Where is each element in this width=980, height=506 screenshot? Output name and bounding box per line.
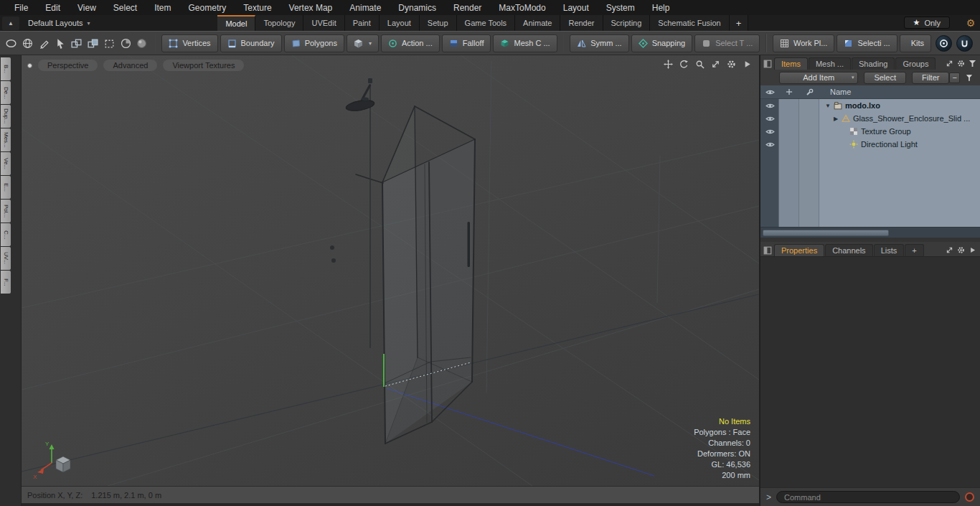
tab-render[interactable]: Render: [560, 15, 603, 31]
panel-filter-icon[interactable]: [969, 60, 976, 67]
menu-layout[interactable]: Layout: [555, 0, 598, 15]
menu-maxtomodo[interactable]: MaxToModo: [490, 0, 554, 15]
tab-game-tools[interactable]: Game Tools: [457, 15, 516, 31]
menu-dynamics[interactable]: Dynamics: [390, 0, 445, 15]
left-tab-uv[interactable]: UV...: [1, 247, 11, 270]
menu-vertex-map[interactable]: Vertex Map: [281, 0, 341, 15]
menu-system[interactable]: System: [598, 0, 644, 15]
left-tab-falloff[interactable]: F...: [1, 271, 11, 294]
viewport-shading-dropdown[interactable]: Advanced: [103, 60, 157, 71]
tab-topology[interactable]: Topology: [255, 15, 303, 31]
ellipse-tool-icon[interactable]: [4, 34, 19, 52]
menu-edit[interactable]: Edit: [37, 0, 69, 15]
eye-icon[interactable]: [765, 141, 775, 148]
tab-model[interactable]: Model: [217, 15, 255, 31]
panel-expand-icon[interactable]: [946, 60, 953, 67]
tab-scripting[interactable]: Scripting: [603, 15, 651, 31]
sphere-tool-icon[interactable]: [135, 34, 149, 52]
collapse-button[interactable]: −: [949, 72, 960, 83]
dashed-box-tool-icon[interactable]: [103, 34, 117, 52]
command-input[interactable]: [776, 491, 960, 503]
menu-texture[interactable]: Texture: [235, 0, 280, 15]
layout-gear-icon[interactable]: ⚙: [961, 15, 980, 31]
cube-pair-filled-tool-icon[interactable]: [86, 34, 100, 52]
panel-up-icon[interactable]: ▲: [2, 17, 19, 30]
panel-gear-icon[interactable]: [957, 60, 965, 67]
modo-logo-icon[interactable]: [936, 35, 952, 52]
zoom-tool-icon[interactable]: [695, 60, 705, 69]
eye-icon[interactable]: [765, 103, 775, 109]
viewport-gear-icon[interactable]: [727, 60, 736, 69]
cursor-tool-icon[interactable]: [53, 34, 67, 52]
panel-grip-icon[interactable]: [763, 246, 772, 255]
tab-items[interactable]: Items: [774, 57, 808, 70]
panel-arrow-icon[interactable]: [969, 246, 976, 254]
polygons-button[interactable]: Polygons: [284, 34, 344, 52]
select-through-button[interactable]: Select T ...: [694, 34, 760, 52]
table-row-texture-group[interactable]: Texture Group: [760, 125, 980, 138]
expand-triangle-icon[interactable]: ▶: [831, 116, 840, 122]
tab-paint[interactable]: Paint: [345, 15, 380, 31]
viewport-arrow-icon[interactable]: [743, 60, 752, 69]
panel-gear-icon[interactable]: [957, 246, 965, 254]
command-history-icon[interactable]: [965, 492, 974, 502]
tab-schematic-fusion[interactable]: Schematic Fusion: [650, 15, 729, 31]
table-row-mesh[interactable]: ▶ Glass_Shower_Enclosure_Slid ...: [760, 112, 980, 125]
falloff-button[interactable]: Falloff: [442, 34, 491, 52]
menu-animate[interactable]: Animate: [341, 0, 390, 15]
add-workspace-tab[interactable]: +: [730, 15, 749, 31]
tab-uvedit[interactable]: UVEdit: [303, 15, 344, 31]
mesh-constraint-button[interactable]: Mesh C ...: [493, 34, 557, 52]
left-tab-vertex[interactable]: Ve...: [1, 152, 11, 175]
left-tab-mesh-edit[interactable]: Mes...: [1, 128, 11, 151]
add-panel-tab[interactable]: +: [905, 244, 923, 256]
list-filter-icon[interactable]: [966, 74, 973, 82]
item-list-hscrollbar[interactable]: [760, 227, 980, 238]
tab-animate[interactable]: Animate: [515, 15, 560, 31]
globe-tool-icon[interactable]: [21, 34, 35, 52]
left-tab-basic[interactable]: B...: [1, 57, 11, 80]
foundry-logo-icon[interactable]: [956, 35, 973, 52]
menu-render[interactable]: Render: [445, 0, 490, 15]
left-tab-polygon[interactable]: Pol...: [1, 200, 11, 222]
maximize-icon[interactable]: [711, 60, 720, 69]
tab-properties[interactable]: Properties: [774, 244, 824, 256]
menu-item[interactable]: Item: [146, 0, 179, 15]
boundary-button[interactable]: Boundary: [220, 34, 282, 52]
menu-view[interactable]: View: [69, 0, 105, 15]
pan-tool-icon[interactable]: [664, 60, 673, 69]
tab-layout[interactable]: Layout: [380, 15, 420, 31]
scrollbar-thumb[interactable]: [763, 230, 889, 236]
tab-channels[interactable]: Channels: [825, 244, 872, 256]
eye-icon[interactable]: [765, 116, 775, 122]
only-button[interactable]: ★ Only: [904, 17, 951, 29]
snapping-button[interactable]: Snapping: [631, 34, 693, 52]
table-row-scene[interactable]: ▼ modo.lxo: [760, 99, 980, 112]
eye-icon[interactable]: [765, 128, 775, 135]
filter-button[interactable]: Filter: [912, 72, 949, 84]
work-plane-button[interactable]: Work Pl...: [773, 34, 834, 52]
left-tab-curves[interactable]: C...: [1, 223, 11, 246]
kits-button[interactable]: Kits: [900, 34, 931, 52]
cube-pair-tool-icon[interactable]: [70, 34, 84, 52]
orbit-tool-icon[interactable]: [679, 60, 689, 69]
item-mode-button[interactable]: ▾: [347, 34, 379, 52]
selection-sets-button[interactable]: Selecti ...: [837, 34, 897, 52]
left-tab-edge[interactable]: E...: [1, 176, 11, 199]
action-center-button[interactable]: Action ...: [381, 34, 440, 52]
menu-help[interactable]: Help: [644, 0, 679, 15]
menu-geometry[interactable]: Geometry: [180, 0, 235, 15]
viewport-menu-dot[interactable]: [27, 63, 32, 68]
tab-mesh-ops[interactable]: Mesh ...: [809, 57, 851, 70]
select-button[interactable]: Select: [864, 72, 906, 84]
pen-tool-icon[interactable]: [37, 34, 52, 52]
left-tab-deform[interactable]: De...: [1, 81, 11, 104]
add-item-dropdown[interactable]: Add Item ▾: [779, 72, 858, 84]
menu-select[interactable]: Select: [105, 0, 146, 15]
symmetry-button[interactable]: Symm ...: [570, 34, 628, 52]
layout-preset-dropdown[interactable]: Default Layouts ▾: [21, 15, 97, 31]
tab-groups[interactable]: Groups: [895, 57, 936, 70]
vertices-button[interactable]: Vertices: [161, 34, 217, 52]
panel-expand-icon[interactable]: [946, 246, 953, 254]
tab-shading[interactable]: Shading: [852, 57, 895, 70]
